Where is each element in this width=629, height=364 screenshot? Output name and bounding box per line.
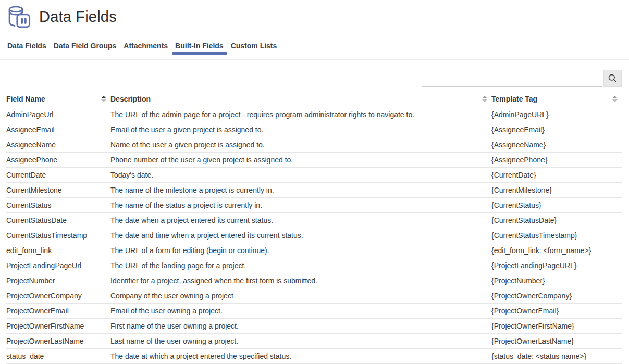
tab-attachments[interactable]: Attachments: [123, 42, 168, 59]
field-name-cell: edit_form_link: [6, 243, 110, 258]
table-row: edit_form_link The URL of a form for edi…: [6, 243, 622, 258]
description-cell: The name of the milestone a project is c…: [110, 183, 491, 198]
sort-icon: [101, 96, 106, 102]
template-tag-cell: {ProjectLandingPageURL}: [491, 258, 622, 273]
description-cell: The date at which a project entered the …: [110, 349, 491, 364]
column-header-description[interactable]: Description: [110, 93, 491, 107]
page-header: Data Fields: [0, 0, 629, 32]
column-label: Description: [110, 95, 151, 103]
table-row: CurrentStatusDate The date when a projec…: [6, 213, 622, 228]
table-header-row: Field Name Description Template Tag: [6, 93, 622, 107]
table-row: CurrentMilestone The name of the milesto…: [6, 183, 622, 198]
field-name-cell: ProjectOwnerFirstName: [6, 319, 110, 334]
template-tag-cell: {ProjectOwnerEmail}: [491, 304, 622, 319]
table-row: ProjectOwnerFirstName First name of the …: [6, 319, 622, 334]
tab-data-fields[interactable]: Data Fields: [7, 42, 47, 59]
page-title: Data Fields: [39, 8, 117, 26]
description-cell: Phone number of the user a given project…: [110, 153, 491, 168]
table-row: ProjectOwnerEmail Email of the user owni…: [6, 304, 622, 319]
table-row: ProjectLandingPageUrl The URL of the lan…: [6, 258, 622, 273]
template-tag-cell: {CurrentStatusDate}: [491, 213, 622, 228]
field-name-cell: ProjectOwnerLastName: [6, 334, 110, 349]
description-cell: Email of the user a given project is ass…: [110, 122, 491, 137]
field-name-cell: ProjectNumber: [6, 273, 110, 288]
tab-custom-lists[interactable]: Custom Lists: [230, 42, 278, 59]
field-name-cell: status_date: [6, 349, 110, 364]
field-name-cell: ProjectOwnerEmail: [6, 304, 110, 319]
column-label: Field Name: [6, 95, 45, 103]
sort-icon: [482, 96, 487, 102]
field-name-cell: AssigneePhone: [6, 153, 110, 168]
table-row: AssigneeName Name of the user a given pr…: [6, 137, 622, 153]
tab-bar: Data Fields Data Field Groups Attachment…: [0, 32, 629, 60]
search-input[interactable]: [422, 70, 602, 87]
field-name-cell: AssigneeEmail: [6, 122, 110, 137]
field-name-cell: ProjectOwnerCompany: [6, 288, 110, 304]
table-row: AssigneeEmail Email of the user a given …: [6, 122, 622, 137]
description-cell: The URL of a form for editing (begin or …: [110, 243, 491, 258]
description-cell: The date and time when a project entered…: [110, 228, 491, 243]
template-tag-cell: {CurrentStatusTimestamp}: [491, 228, 622, 243]
built-in-fields-table: Field Name Description Template Tag Admi…: [6, 93, 622, 364]
table-body: AdminPageUrl The URL of the admin page f…: [6, 107, 622, 364]
field-name-cell: CurrentDate: [6, 168, 110, 183]
column-label: Template Tag: [491, 95, 537, 103]
table-row: CurrentStatus The name of the status a p…: [6, 198, 622, 213]
search-bar: [0, 70, 622, 87]
template-tag-cell: {AssigneeName}: [491, 137, 622, 153]
description-cell: Last name of the user owning a project.: [110, 334, 491, 349]
template-tag-cell: {AdminPageURL}: [491, 107, 622, 122]
template-tag-cell: {CurrentStatus}: [491, 198, 622, 213]
database-fields-icon: [7, 5, 31, 29]
template-tag-cell: {ProjectOwnerFirstName}: [491, 319, 622, 334]
template-tag-cell: {edit_form_link: <form_name>}: [491, 243, 622, 258]
description-cell: Name of the user a given project is assi…: [110, 137, 491, 153]
description-cell: Email of the user owning a project.: [110, 304, 491, 319]
field-name-cell: AssigneeName: [6, 137, 110, 153]
description-cell: Company of the user owning a project: [110, 288, 491, 304]
description-cell: The date when a project entered its curr…: [110, 213, 491, 228]
table-row: CurrentDate Today's date. {CurrentDate}: [6, 168, 622, 183]
table-row: ProjectOwnerCompany Company of the user …: [6, 288, 622, 304]
sort-icon: [612, 96, 618, 102]
column-header-field-name[interactable]: Field Name: [6, 93, 110, 107]
field-name-cell: AdminPageUrl: [6, 107, 110, 122]
search-button[interactable]: [603, 70, 622, 87]
field-name-cell: CurrentStatusDate: [6, 213, 110, 228]
table-row: CurrentStatusTimestamp The date and time…: [6, 228, 622, 243]
field-name-cell: ProjectLandingPageUrl: [6, 258, 110, 273]
table-row: status_date The date at which a project …: [6, 349, 622, 364]
template-tag-cell: {AssigneeEmail}: [491, 122, 622, 137]
template-tag-cell: {ProjectOwnerCompany}: [491, 288, 622, 304]
description-cell: Today's date.: [110, 168, 491, 183]
tab-built-in-fields[interactable]: Built-In Fields: [175, 42, 224, 59]
template-tag-cell: {status_date: <status name>}: [491, 349, 622, 364]
field-name-cell: CurrentStatus: [6, 198, 110, 213]
description-cell: The name of the status a project is curr…: [110, 198, 491, 213]
tab-data-field-groups[interactable]: Data Field Groups: [53, 42, 117, 59]
description-cell: The URL of the admin page for a project …: [110, 107, 491, 122]
field-name-cell: CurrentMilestone: [6, 183, 110, 198]
template-tag-cell: {CurrentDate}: [491, 168, 622, 183]
template-tag-cell: {CurrentMilestone}: [491, 183, 622, 198]
template-tag-cell: {ProjectNumber}: [491, 273, 622, 288]
table-row: ProjectNumber Identifier for a project, …: [6, 273, 622, 288]
description-cell: First name of the user owning a project.: [110, 319, 491, 334]
table-row: AssigneePhone Phone number of the user a…: [6, 153, 622, 168]
table-row: ProjectOwnerLastName Last name of the us…: [6, 334, 622, 349]
search-icon: [608, 73, 618, 83]
template-tag-cell: {ProjectOwnerLastName}: [491, 334, 622, 349]
field-name-cell: CurrentStatusTimestamp: [6, 228, 110, 243]
template-tag-cell: {AssigneePhone}: [491, 153, 622, 168]
column-header-template-tag[interactable]: Template Tag: [491, 93, 622, 107]
table-row: AdminPageUrl The URL of the admin page f…: [6, 107, 622, 122]
description-cell: The URL of the landing page for a projec…: [110, 258, 491, 273]
description-cell: Identifier for a project, assigned when …: [110, 273, 491, 288]
